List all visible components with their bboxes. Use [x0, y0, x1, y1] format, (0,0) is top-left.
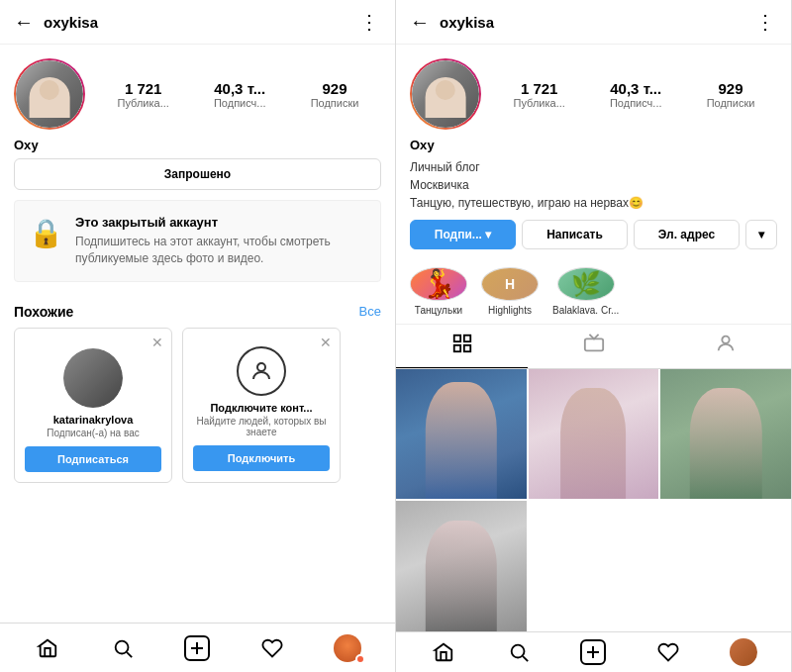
right-nav-add[interactable] — [573, 632, 613, 672]
right-stat-following[interactable]: 929 Подписки — [707, 80, 755, 109]
similar-cards: ✕ katarinakrylova Подписан(-а) на вас По… — [0, 328, 395, 483]
left-followers-label: Подписч... — [214, 97, 266, 109]
card-close-0[interactable]: ✕ — [151, 335, 163, 350]
left-bottom-nav — [0, 623, 395, 672]
photo-2[interactable] — [660, 369, 791, 500]
tab-bar — [396, 325, 791, 369]
card-close-1[interactable]: ✕ — [320, 335, 332, 350]
highlight-label-2: Balaklava. Cr... — [552, 305, 619, 316]
tab-grid[interactable] — [396, 325, 528, 368]
highlight-circle-2: 🌿 — [557, 267, 615, 301]
tab-tv[interactable] — [528, 325, 659, 368]
right-stat-followers[interactable]: 40,3 т... Подписч... — [610, 80, 662, 109]
highlight-label-1: Highlights — [488, 305, 532, 316]
more-options-button[interactable]: ▾ — [745, 220, 777, 249]
locked-text: Это закрытый аккаунт Подпишитесь на этот… — [75, 215, 366, 267]
left-followers-num: 40,3 т... — [214, 80, 266, 97]
right-username: oxykisa — [440, 14, 755, 31]
photo-0[interactable] — [396, 369, 527, 500]
right-nav-heart[interactable] — [648, 632, 688, 672]
bio-line2: Москвичка — [410, 176, 777, 194]
card-name-1: Подключите конт... — [193, 402, 330, 414]
similar-header: Похожие Все — [0, 296, 395, 328]
highlight-0[interactable]: 💃 Танцульки — [410, 267, 467, 316]
left-nav-search[interactable] — [103, 628, 143, 668]
home-icon — [37, 637, 58, 659]
right-btn-row: Подпи... ▾ Написать Эл. адрес ▾ — [396, 220, 791, 259]
svg-rect-6 — [463, 335, 469, 340]
right-following-label: Подписки — [707, 97, 755, 109]
svg-rect-8 — [463, 345, 469, 351]
card-avatar-image-0 — [63, 348, 123, 408]
photo-3[interactable] — [396, 501, 527, 631]
card-connect-button-1[interactable]: Подключить — [193, 445, 330, 471]
highlight-1[interactable]: H Highlights — [481, 267, 539, 316]
tab-tagged[interactable] — [659, 325, 791, 368]
photo-1[interactable] — [529, 369, 659, 500]
photo-figure-3 — [396, 501, 527, 631]
left-posts-num: 1 721 — [118, 80, 169, 97]
highlight-label-0: Танцульки — [415, 305, 462, 316]
right-back-button[interactable]: ← — [410, 11, 430, 34]
right-more-button[interactable]: ⋮ — [755, 10, 777, 34]
photo-grid — [396, 369, 791, 631]
search-icon — [112, 637, 134, 659]
left-stat-posts[interactable]: 1 721 Публика... — [118, 80, 169, 109]
card-sub-0: Подписан(-а) на вас — [25, 428, 161, 438]
left-following-num: 929 — [311, 80, 359, 97]
right-stats: 1 721 Публика... 40,3 т... Подписч... 92… — [491, 80, 777, 109]
svg-rect-7 — [453, 345, 459, 351]
photo-figure-0 — [396, 369, 527, 500]
tv-icon — [583, 333, 605, 359]
left-header: ← oxykisa ⋮ — [0, 0, 395, 45]
right-search-icon — [508, 641, 530, 663]
notification-dot — [355, 654, 365, 664]
right-profile-top: 1 721 Публика... 40,3 т... Подписч... 92… — [396, 45, 791, 138]
right-nav-profile[interactable] — [724, 632, 763, 672]
left-stat-following[interactable]: 929 Подписки — [311, 80, 359, 109]
right-header: ← oxykisa ⋮ — [396, 0, 791, 45]
left-back-button[interactable]: ← — [14, 11, 34, 34]
right-panel: ← oxykisa ⋮ 1 721 Публика... 40,3 т... П… — [396, 0, 792, 672]
left-nav-home[interactable] — [28, 628, 67, 668]
similar-card-1: ✕ Подключите конт... Найдите людей, кото… — [182, 328, 341, 483]
left-panel: ← oxykisa ⋮ 1 721 Публика... 40,3 т... П… — [0, 0, 396, 672]
card-avatar-0 — [63, 348, 123, 408]
left-following-label: Подписки — [311, 97, 359, 109]
highlight-2[interactable]: 🌿 Balaklava. Cr... — [552, 267, 619, 316]
tagged-icon — [715, 333, 737, 359]
lock-icon: 🔒 — [29, 217, 63, 249]
left-nav-profile[interactable] — [328, 628, 367, 668]
left-profile-name: Оху — [0, 138, 395, 158]
similar-all-button[interactable]: Все — [359, 304, 381, 319]
right-profile-name: Оху — [396, 138, 791, 158]
left-nav-add[interactable] — [177, 628, 217, 668]
bio-line1: Личный блог — [410, 158, 777, 176]
right-profile-bio: Личный блог Москвичка Танцую, путешеству… — [396, 158, 791, 220]
right-nav-home[interactable] — [424, 632, 463, 672]
follow-button[interactable]: Подпи... ▾ — [410, 220, 516, 249]
right-add-icon — [580, 639, 606, 665]
svg-line-12 — [523, 656, 528, 661]
locked-title: Это закрытый аккаунт — [75, 215, 366, 230]
right-nav-search[interactable] — [499, 632, 539, 672]
svg-point-11 — [511, 645, 524, 658]
left-stats: 1 721 Публика... 40,3 т... Подписч... 92… — [95, 80, 381, 109]
person-icon — [249, 359, 273, 383]
left-nav-heart[interactable] — [252, 628, 292, 668]
left-stat-followers[interactable]: 40,3 т... Подписч... — [214, 80, 266, 109]
message-button[interactable]: Написать — [522, 220, 628, 249]
right-bottom-nav — [396, 631, 791, 672]
right-posts-label: Публика... — [514, 97, 565, 109]
card-follow-button-0[interactable]: Подписаться — [25, 446, 161, 472]
right-heart-icon — [657, 641, 679, 663]
left-scroll: 1 721 Публика... 40,3 т... Подписч... 92… — [0, 45, 395, 623]
right-stat-posts[interactable]: 1 721 Публика... — [514, 80, 565, 109]
right-posts-num: 1 721 — [514, 80, 565, 97]
right-avatar[interactable] — [410, 58, 481, 130]
plus-icon — [189, 640, 205, 656]
left-avatar[interactable] — [14, 58, 85, 130]
left-request-button[interactable]: Запрошено — [14, 158, 381, 190]
left-more-button[interactable]: ⋮ — [359, 10, 381, 34]
email-button[interactable]: Эл. адрес — [634, 220, 740, 249]
